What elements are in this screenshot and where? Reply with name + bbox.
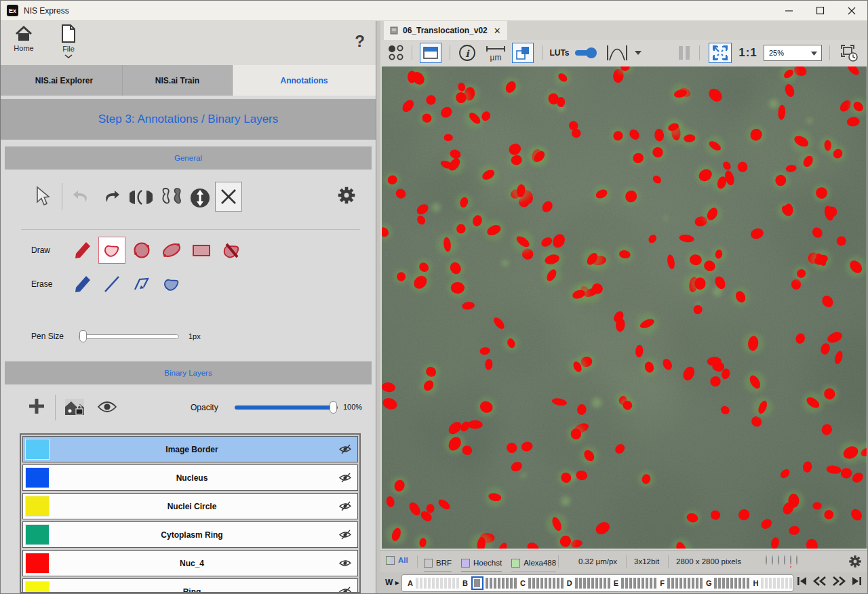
layer-row[interactable]: Nuclei Circle [22, 493, 358, 519]
timeline-tick[interactable] [452, 578, 455, 589]
fit-to-screen-button[interactable] [709, 43, 732, 63]
skip-to-start-icon[interactable] [797, 576, 808, 587]
opacity-slider[interactable] [235, 401, 338, 414]
layer-color-swatch[interactable] [25, 467, 50, 488]
tab-nis-ai-train[interactable]: NIS.ai Train [123, 65, 233, 96]
timeline-tick[interactable] [549, 578, 551, 589]
timeline-tick[interactable] [595, 578, 598, 589]
layer-color-swatch[interactable] [25, 496, 50, 517]
timeline-tick[interactable] [738, 578, 741, 589]
erase-line-icon[interactable] [98, 271, 125, 298]
eye-icon[interactable] [338, 558, 353, 568]
timeline-track[interactable]: ABCDEFGH [401, 574, 793, 592]
file-button[interactable]: File [54, 24, 83, 60]
add-layer-button[interactable] [28, 397, 45, 418]
pointer-icon[interactable] [33, 186, 51, 210]
timeline-tick[interactable] [688, 578, 690, 589]
timeline-tick[interactable] [743, 578, 745, 589]
timeline-tick[interactable] [553, 578, 555, 589]
indicator-dot[interactable] [766, 556, 767, 568]
roi-timer-icon[interactable] [837, 43, 861, 63]
scale-micron-icon[interactable]: µm [484, 43, 508, 63]
layer-color-swatch[interactable] [25, 553, 50, 574]
document-close-icon[interactable]: ✕ [494, 26, 501, 36]
timeline-tick[interactable] [789, 578, 792, 589]
timeline-tick[interactable] [700, 578, 703, 589]
fast-backward-icon[interactable] [813, 576, 827, 587]
eye-slash-icon[interactable] [338, 587, 353, 593]
zoom-one-to-one-button[interactable]: 1:1 [736, 43, 760, 63]
skip-to-end-icon[interactable] [851, 576, 862, 587]
erase-bean-icon[interactable] [158, 271, 185, 298]
timeline-tick[interactable] [637, 578, 640, 589]
timeline-tick[interactable] [621, 578, 624, 589]
layer-color-swatch[interactable] [25, 524, 50, 545]
tab-annotations[interactable]: Annotations [233, 65, 376, 96]
timeline-tick[interactable] [591, 578, 594, 589]
timeline-tick[interactable] [536, 578, 539, 589]
panel-divider[interactable] [376, 21, 380, 593]
draw-circle-icon[interactable] [128, 237, 155, 264]
layer-visibility-toggle[interactable] [334, 587, 357, 593]
timeline-tick[interactable] [765, 578, 768, 589]
opacity-track[interactable] [235, 405, 338, 410]
draw-blob-icon[interactable] [158, 237, 185, 264]
layer-row[interactable]: Nucleus [22, 464, 358, 491]
timeline-tick[interactable] [494, 578, 496, 589]
fill-holes-icon[interactable] [189, 187, 211, 212]
luts-toggle[interactable] [574, 43, 598, 63]
eye-slash-icon[interactable] [338, 501, 353, 511]
channel-toggle[interactable]: Hoechst [461, 556, 502, 572]
tab-nis-ai-explorer[interactable]: NIS.ai Explorer [6, 65, 123, 96]
fast-forward-icon[interactable] [832, 576, 846, 587]
maximize-icon[interactable] [805, 1, 836, 21]
eye-slash-icon[interactable] [338, 473, 353, 483]
timeline-tick[interactable] [629, 578, 632, 589]
timeline-tick[interactable] [416, 578, 418, 589]
separate-objects-icon[interactable] [159, 187, 184, 210]
settings-gear-icon[interactable] [337, 186, 356, 207]
timeline-tick[interactable] [490, 578, 492, 589]
object-count-icon[interactable] [386, 43, 406, 63]
visibility-eye-icon[interactable] [97, 400, 117, 416]
timeline-tick[interactable] [557, 578, 559, 589]
microscopy-image[interactable] [382, 66, 867, 549]
timeline-tick[interactable] [420, 578, 422, 589]
timeline-tick[interactable] [633, 578, 636, 589]
timeline-tick[interactable] [747, 578, 749, 589]
eye-slash-icon[interactable] [338, 530, 353, 540]
timeline-tick[interactable] [722, 578, 725, 589]
timeline-axis-label[interactable]: W ▸ [385, 578, 399, 587]
timeline-tick[interactable] [510, 578, 513, 589]
pen-size-slider[interactable] [79, 330, 179, 342]
timeline-tick[interactable] [773, 578, 776, 589]
timeline-tick[interactable] [734, 578, 737, 589]
layer-visibility-toggle[interactable] [334, 501, 357, 511]
indicator-dot[interactable] [784, 556, 785, 568]
draw-pen-icon[interactable] [68, 237, 96, 264]
timeline-tick[interactable] [528, 578, 531, 589]
timeline-tick[interactable] [424, 578, 427, 589]
draw-rectangle-icon[interactable] [188, 237, 215, 264]
timeline-tick[interactable] [561, 578, 564, 589]
timeline-tick[interactable] [604, 578, 606, 589]
layer-visibility-toggle[interactable] [334, 530, 357, 540]
indicator-dot[interactable] [796, 556, 797, 568]
layer-visibility-toggle[interactable] [334, 558, 357, 568]
layer-row[interactable]: Image Border [22, 436, 358, 462]
opacity-handle[interactable] [330, 401, 337, 414]
info-icon[interactable]: i [456, 43, 478, 63]
chevron-down-icon[interactable] [54, 52, 83, 60]
section-binary-layers[interactable]: Binary Layers [5, 361, 372, 384]
timeline-tick[interactable] [625, 578, 628, 589]
layer-color-swatch[interactable] [25, 581, 50, 593]
docked-view-button[interactable] [420, 43, 441, 63]
timeline-tick[interactable] [642, 578, 644, 589]
lut-dropdown-caret-icon[interactable] [633, 43, 644, 63]
home-button[interactable]: Home [10, 26, 37, 52]
timeline-tick[interactable] [456, 578, 459, 589]
erase-pen-icon[interactable] [68, 271, 96, 298]
pen-size-track[interactable] [79, 334, 179, 339]
timeline-tick[interactable] [650, 578, 652, 589]
timeline-tick[interactable] [575, 578, 578, 589]
